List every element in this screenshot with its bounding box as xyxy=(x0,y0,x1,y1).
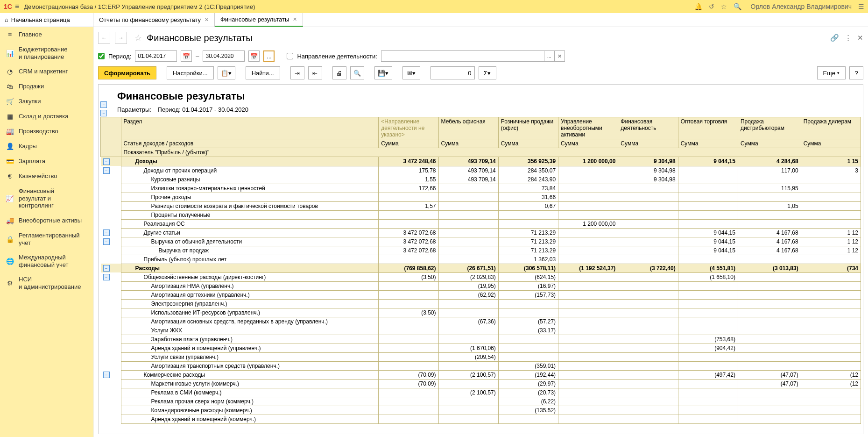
table-row: Реализация ОС1 200 000,00 xyxy=(101,219,861,228)
generate-button[interactable]: Сформировать xyxy=(98,66,156,79)
cell-value xyxy=(618,397,678,406)
cell-value xyxy=(801,281,861,290)
close-page-icon[interactable]: ✕ xyxy=(857,34,863,42)
sidebar-label: Главное xyxy=(19,31,42,38)
sidebar-item-10[interactable]: 📈Финансовыйрезультат и контроллинг xyxy=(0,184,93,213)
tabs-bar: ⌂ Начальная страница Отчеты по финансово… xyxy=(0,13,868,27)
nav-forward-button[interactable]: → xyxy=(115,32,127,44)
sidebar-item-13[interactable]: 🌐Международныйфинансовый учет xyxy=(0,250,93,272)
tab-close-icon[interactable]: ✕ xyxy=(205,17,209,23)
sidebar-icon: 💳 xyxy=(6,158,14,165)
sidebar-item-12[interactable]: 🔒Регламентированныйучет xyxy=(0,228,93,250)
cell-value: (12 xyxy=(801,379,861,388)
date-to-calendar-icon[interactable]: 📅 xyxy=(248,50,260,62)
direction-select-button[interactable]: ... xyxy=(544,50,555,62)
tree-toggle-icon[interactable]: − xyxy=(100,101,107,108)
expand-button[interactable]: ⇥ xyxy=(290,66,304,79)
direction-clear-button[interactable]: ✕ xyxy=(555,50,565,62)
cell-value xyxy=(558,326,618,335)
user-name[interactable]: Орлов Александр Владимирович xyxy=(751,3,852,10)
cell-value xyxy=(558,397,618,406)
collapse-button[interactable]: ⇤ xyxy=(308,66,322,79)
sidebar-item-7[interactable]: 👤Кадры xyxy=(0,139,93,154)
preview-button[interactable]: 🔍 xyxy=(350,66,364,79)
sidebar-item-0[interactable]: ≡Главное xyxy=(0,27,93,42)
bell-icon[interactable]: 🔔 xyxy=(694,3,702,10)
sidebar-item-11[interactable]: 🚚Внеоборотные активы xyxy=(0,213,93,228)
hdr-sum: Сумма xyxy=(379,139,438,148)
nav-back-button[interactable]: ← xyxy=(98,32,110,44)
sidebar-item-8[interactable]: 💳Зарплата xyxy=(0,154,93,169)
help-button[interactable]: ? xyxy=(849,66,863,79)
favorite-star-icon[interactable]: ☆ xyxy=(134,33,142,43)
sidebar-item-14[interactable]: ⚙НСИи администрирование xyxy=(0,272,93,294)
cell-value xyxy=(379,281,438,290)
sidebar-item-4[interactable]: 🛒Закупки xyxy=(0,94,93,109)
link-icon[interactable]: 🔗 xyxy=(830,34,839,42)
tree-toggle-icon[interactable]: − xyxy=(103,229,110,236)
search-icon[interactable]: 🔍 xyxy=(734,3,741,10)
tree-toggle-icon[interactable]: − xyxy=(103,167,110,174)
sidebar-item-5[interactable]: ▦Склад и доставка xyxy=(0,109,93,124)
tab-home[interactable]: ⌂ Начальная страница xyxy=(0,13,93,27)
star-icon[interactable]: ☆ xyxy=(721,3,727,10)
period-select-button[interactable]: ... xyxy=(263,50,275,62)
cell-value: (2 100,57) xyxy=(438,370,498,379)
kebab-icon[interactable]: ⋮ xyxy=(845,34,852,42)
sidebar-icon: 🔒 xyxy=(6,236,14,243)
direction-checkbox[interactable] xyxy=(287,53,293,59)
sidebar-item-3[interactable]: 🛍Продажи xyxy=(0,79,93,94)
cell-value xyxy=(438,184,498,193)
direction-input[interactable] xyxy=(381,50,544,62)
tab-fin-results[interactable]: Финансовые результаты ✕ xyxy=(215,13,303,27)
tree-toggle-icon[interactable]: − xyxy=(103,274,110,280)
sidebar-item-9[interactable]: €Казначейство xyxy=(0,169,93,184)
cell-value xyxy=(498,210,558,219)
variants-button[interactable]: 📋▾ xyxy=(218,66,235,79)
date-from-input[interactable] xyxy=(135,50,177,62)
tree-toggle-icon[interactable]: − xyxy=(103,372,110,378)
sidebar-label: Финансовыйрезультат и контроллинг xyxy=(19,187,87,209)
cell-value xyxy=(801,308,861,317)
tab-close-icon[interactable]: ✕ xyxy=(293,16,297,22)
cell-value xyxy=(379,210,438,219)
settings-button[interactable]: Настройки... xyxy=(167,66,214,79)
tree-toggle-icon[interactable]: − xyxy=(103,265,110,272)
cell-value xyxy=(558,255,618,264)
cell-value xyxy=(498,415,558,423)
cell-value xyxy=(618,326,678,335)
tree-toggle-icon[interactable]: − xyxy=(103,158,110,165)
cell-value xyxy=(558,175,618,184)
cell-value: 1,55 xyxy=(379,175,438,184)
history-icon[interactable]: ↺ xyxy=(709,3,714,10)
cell-value xyxy=(801,388,861,397)
cell-value xyxy=(558,335,618,344)
cell-value xyxy=(738,397,801,406)
sum-input[interactable] xyxy=(430,66,475,79)
tree-toggle-icon[interactable]: − xyxy=(100,110,107,116)
cell-value: 117,00 xyxy=(738,166,801,175)
sigma-button[interactable]: Σ▾ xyxy=(479,66,496,79)
sidebar-item-2[interactable]: ◔CRM и маркетинг xyxy=(0,64,93,79)
row-label: Общехозяйственные расходы (директ-костин… xyxy=(121,272,379,281)
more-button[interactable]: Еще ▾ xyxy=(817,66,846,79)
mail-button[interactable]: ✉▾ xyxy=(402,66,420,79)
print-button[interactable]: 🖨 xyxy=(332,66,346,79)
report-area[interactable]: − − Финансовые результаты Параметры: Пер… xyxy=(98,84,863,434)
find-button[interactable]: Найти... xyxy=(246,66,280,79)
period-checkbox[interactable] xyxy=(98,53,105,59)
cell-value xyxy=(438,397,498,406)
save-button[interactable]: 💾▾ xyxy=(374,66,392,79)
date-to-input[interactable] xyxy=(203,50,245,62)
row-label: Доходы от прочих операций xyxy=(121,166,379,175)
sidebar-item-1[interactable]: 📊Бюджетированиеи планирование xyxy=(0,42,93,64)
sidebar-item-6[interactable]: 🏭Производство xyxy=(0,124,93,139)
hamburger-icon[interactable]: ≡ xyxy=(15,2,19,11)
tab-reports[interactable]: Отчеты по финансовому результату ✕ xyxy=(93,13,215,27)
cell-value xyxy=(379,335,438,344)
user-dropdown-icon[interactable]: ☰ xyxy=(858,3,864,10)
date-from-calendar-icon[interactable]: 📅 xyxy=(181,50,192,62)
cell-value xyxy=(618,308,678,317)
table-row: Аренда зданий и помещений (коммерч.) xyxy=(101,415,861,423)
tree-toggle-icon[interactable]: − xyxy=(103,238,110,245)
